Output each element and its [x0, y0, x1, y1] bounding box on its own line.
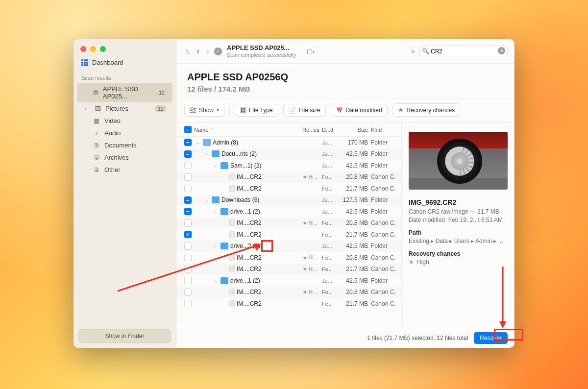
table-row[interactable]: IM....CR2★ Hi...Fe...20.8 MBCanon C...: [176, 252, 401, 264]
page-subtitle: 12 files / 174.2 MB: [187, 85, 504, 93]
table-row[interactable]: ⌄drive...1 (2)Ju...42.5 MBFolder: [176, 275, 401, 287]
row-name: Downloads (6): [221, 196, 259, 203]
archives-icon: ⛁: [93, 154, 100, 161]
table-row[interactable]: IM....CR2★ Hi...Fe...20.8 MBCanon C...: [176, 171, 401, 183]
pictures-icon: 🖼: [94, 105, 101, 112]
row-size: 42.5 MB: [340, 277, 368, 284]
disclosure-icon[interactable]: ⌄: [205, 151, 210, 156]
home-icon[interactable]: [183, 45, 192, 57]
table-row[interactable]: ✓IM....CR2Fe...21.7 MBCanon C...: [176, 229, 401, 241]
sidebar-section-label: Scan results: [74, 72, 176, 83]
row-checkbox[interactable]: [184, 289, 192, 296]
disclosure-icon[interactable]: ⌄: [214, 163, 219, 168]
file-icon: [229, 289, 235, 295]
search-field[interactable]: 🔍 ✕: [419, 46, 508, 57]
row-date: Ju...: [322, 163, 340, 169]
table-row[interactable]: −⌄drive...1 (2)Ju...42.5 MBFolder: [176, 206, 401, 218]
row-checkbox[interactable]: [184, 185, 192, 192]
col-recovery[interactable]: Re...es: [302, 127, 322, 133]
row-size: 20.8 MB: [340, 219, 368, 226]
disclosure-icon[interactable]: ⌄: [214, 209, 219, 214]
table-row[interactable]: IM....CR2★ Hi...Fe...20.8 MBCanon C...: [176, 287, 401, 298]
row-checkbox[interactable]: [184, 243, 192, 250]
disclosure-icon[interactable]: ⌄: [214, 278, 219, 283]
forward-icon[interactable]: [204, 44, 211, 58]
other-icon: 🗎: [93, 166, 100, 173]
table-row[interactable]: IM....CR2Fe...21.7 MBCanon C...: [176, 298, 401, 310]
row-checkbox[interactable]: [184, 219, 192, 227]
recover-button[interactable]: Recover: [474, 332, 508, 344]
sidebar-item-documents[interactable]: 🗎Documents: [77, 139, 172, 151]
row-kind: Folder: [368, 196, 396, 203]
col-name[interactable]: Name⌃: [194, 127, 302, 133]
table-row[interactable]: ⌄drive...2 (2)Ju...42.5 MBFolder: [176, 241, 401, 252]
filetype-filter[interactable]: File Type: [235, 104, 278, 117]
search-input[interactable]: [419, 46, 508, 57]
row-checkbox[interactable]: [184, 277, 192, 284]
filesize-filter[interactable]: File size: [283, 104, 326, 117]
page-title: APPLE SSD AP0256Q: [187, 72, 504, 83]
show-in-finder-button[interactable]: Show in Finder: [78, 329, 171, 343]
sidebar-item-archives[interactable]: ⛁Archives: [77, 151, 172, 164]
row-checkbox[interactable]: [184, 300, 192, 307]
dashboard-link[interactable]: Dashboard: [74, 55, 176, 72]
sidebar-item-label: Other: [104, 166, 121, 173]
show-filter[interactable]: Show▾: [184, 104, 224, 117]
row-date: Ju...: [322, 151, 340, 157]
sidebar-item-pictures[interactable]: ›🖼Pictures12: [77, 102, 172, 115]
file-icon: [229, 173, 235, 180]
table-row[interactable]: IM....CR2★ Hi...Fe...21.7 MBCanon C...: [176, 264, 401, 275]
table-row[interactable]: −⌄Admin (8)Ju...170 MBFolder: [176, 137, 401, 148]
sidebar-item-audio[interactable]: ♪Audio: [77, 127, 172, 139]
recovery-filter[interactable]: Recovery chances: [392, 103, 461, 117]
row-checkbox[interactable]: −: [184, 208, 192, 215]
minimize-icon[interactable]: [90, 46, 96, 52]
row-name: IM....CR2: [237, 185, 262, 192]
datemod-filter[interactable]: Date modified: [331, 104, 388, 117]
row-checkbox[interactable]: −: [184, 139, 192, 146]
col-date[interactable]: D...d: [322, 127, 340, 133]
preview-path-value: Existing ▸ Data ▸ Users ▸ Admin ▸ ...: [409, 238, 508, 244]
table-row[interactable]: IM....CR2Fe...21.7 MBCanon C...: [176, 183, 401, 194]
table-row[interactable]: −⌄Docu...nts (2)Ju...42.5 MBFolder: [176, 148, 401, 160]
row-date: Fe...: [322, 220, 340, 226]
table-row[interactable]: IM....CR2★ Hi...Fe...20.8 MBCanon C...: [176, 218, 401, 229]
row-size: 21.7 MB: [340, 231, 368, 238]
row-kind: Canon C...: [368, 266, 396, 272]
more-icon[interactable]: [409, 46, 416, 57]
row-name: IM....CR2: [237, 289, 262, 295]
disclosure-icon[interactable]: ⌄: [205, 197, 210, 202]
row-checkbox[interactable]: [184, 173, 192, 181]
row-checkbox[interactable]: [184, 254, 192, 261]
col-size[interactable]: Size: [340, 127, 368, 133]
clear-search-icon[interactable]: ✕: [498, 47, 505, 54]
select-all-checkbox[interactable]: –: [184, 126, 192, 133]
row-recovery: ★ Hi...: [302, 266, 322, 272]
disclosure-icon[interactable]: ⌄: [214, 243, 219, 248]
sidebar-item-drive[interactable]: ⛃APPLE SSD AP025...12: [77, 83, 172, 102]
fullscreen-icon[interactable]: [100, 46, 106, 52]
dashboard-label: Dashboard: [92, 59, 123, 66]
star-icon: ★: [409, 259, 414, 266]
disclosure-icon[interactable]: ⌄: [196, 140, 201, 145]
col-kind[interactable]: Kind: [368, 127, 396, 133]
doc-icon: [289, 107, 296, 114]
row-checkbox[interactable]: [184, 162, 192, 169]
close-icon[interactable]: [80, 46, 86, 52]
row-checkbox[interactable]: −: [184, 196, 192, 204]
selection-status: 1 files (21.7 MB) selected, 12 files tot…: [367, 335, 468, 341]
sidebar-item-other[interactable]: 🗎Other: [77, 164, 172, 176]
table-row[interactable]: ⌄Sam...1) (2)Ju...42.5 MBFolder: [176, 160, 401, 171]
row-size: 127.5 MB: [340, 196, 368, 203]
row-checkbox[interactable]: ✓: [184, 231, 192, 238]
back-icon[interactable]: [195, 44, 201, 58]
row-checkbox[interactable]: [184, 266, 192, 273]
sidebar-item-video[interactable]: ▦Video: [77, 115, 172, 127]
preview-rc-label: Recovery chances: [409, 250, 508, 257]
star-icon: ★: [302, 289, 308, 295]
row-checkbox[interactable]: −: [184, 150, 192, 158]
table-row[interactable]: −⌄Downloads (6)Ju...127.5 MBFolder: [176, 194, 401, 206]
recents-button[interactable]: ▢▾: [307, 48, 315, 55]
preview-thumbnail: [409, 132, 508, 190]
row-kind: Folder: [368, 277, 396, 284]
